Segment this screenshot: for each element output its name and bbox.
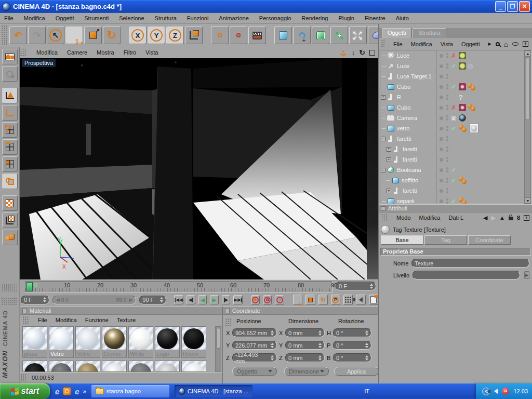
material-thumb[interactable]	[155, 361, 180, 372]
menu-funzioni[interactable]: Funzioni	[187, 15, 209, 21]
menu-finestre[interactable]: Finestre	[365, 15, 385, 21]
rotate-tool-icon[interactable]: ↻	[103, 26, 121, 44]
redo-icon[interactable]: ↷	[28, 26, 46, 44]
language-indicator[interactable]: IT	[359, 388, 375, 394]
tree-row-separe[interactable]: separè ✓	[380, 196, 531, 204]
app-icon[interactable]	[2, 3, 10, 11]
menu-modifica[interactable]: Modifica	[24, 15, 45, 21]
start-button[interactable]: start	[0, 383, 50, 399]
coordinates-title-bar[interactable]: Coordinate	[223, 307, 378, 315]
coordinates-drag-handle[interactable]	[225, 318, 232, 326]
expand-icon[interactable]: +	[387, 147, 391, 152]
play-backward-icon[interactable]: ◀	[198, 295, 207, 304]
model-mode-icon[interactable]	[2, 88, 18, 103]
material-thumb[interactable]	[128, 361, 153, 372]
vp-menu-mostra[interactable]: Mostra	[97, 49, 114, 56]
task-stanza-bagno[interactable]: stanza bagno	[91, 385, 169, 397]
texture-mode-icon[interactable]	[2, 174, 18, 189]
sound-icon[interactable]	[356, 295, 365, 305]
menu-animazione[interactable]: Animazione	[219, 15, 248, 21]
tree-row-faretti4[interactable]: +faretti	[380, 185, 531, 196]
materials-menu-texture[interactable]: Texture	[117, 317, 136, 323]
menu-oggetti[interactable]: Oggetti	[56, 15, 74, 21]
tab-tag[interactable]: Tag	[424, 235, 467, 245]
material-thumb[interactable]	[75, 361, 100, 372]
coordinates-collapse-icon[interactable]	[225, 309, 230, 313]
goto-end-icon[interactable]: ▶▶	[233, 295, 243, 304]
scale-tool-icon[interactable]	[84, 26, 102, 44]
current-frame-field[interactable]: 0 F	[21, 296, 49, 304]
prev-frame-icon[interactable]: ◀	[187, 295, 195, 304]
parent-icon[interactable]: ▲	[499, 215, 505, 221]
material-room[interactable]: Room	[181, 326, 206, 360]
livello-field[interactable]	[413, 271, 520, 280]
frame-range-slider[interactable]: ◀ 0 F 90 F ▶	[52, 296, 136, 304]
layout-icon[interactable]	[2, 49, 18, 64]
nome-field[interactable]: Texture	[411, 259, 529, 268]
key-position-icon[interactable]	[293, 295, 302, 305]
next-frame-icon[interactable]: ▶	[222, 295, 231, 304]
menu-plugin[interactable]: Plugin	[338, 15, 354, 21]
materials-collapse-icon[interactable]	[22, 309, 27, 313]
dim-y-field[interactable]: 0 mm	[285, 341, 325, 350]
tab-base[interactable]: Base	[381, 235, 423, 245]
dim-x-field[interactable]: 0 mm	[285, 328, 325, 337]
snapshot-icon[interactable]: 8	[517, 215, 520, 221]
om-menu-file[interactable]: File	[393, 41, 403, 47]
om-menu-oggetti[interactable]: Oggetti	[461, 41, 480, 47]
restore-button[interactable]: ❐	[507, 1, 518, 12]
menu-rendering[interactable]: Rendering	[302, 15, 328, 21]
key-scale-icon[interactable]	[305, 295, 315, 305]
timeline-drag-handle[interactable]	[2, 284, 17, 291]
om-more-icon[interactable]: ▶	[488, 42, 491, 46]
material-thumb[interactable]	[22, 361, 47, 372]
record-position-icon[interactable]	[251, 295, 260, 305]
task-cinema4d[interactable]: CINEMA 4D - [stanza ...	[175, 385, 252, 397]
end-frame-field[interactable]: 90 F	[139, 296, 166, 304]
points-mode-icon[interactable]	[2, 122, 18, 138]
tree-row-faretti1[interactable]: −faretti	[380, 134, 531, 144]
viewport-drag-handle[interactable]	[20, 48, 26, 57]
rot-h-field[interactable]: 0 °	[333, 328, 371, 337]
home-icon[interactable]: ⌂	[504, 40, 508, 48]
selection-filter-icon[interactable]	[2, 230, 18, 245]
compositing-tag-icon[interactable]	[459, 62, 466, 70]
record-help-icon[interactable]: ?	[275, 295, 284, 305]
edges-mode-icon[interactable]	[2, 139, 18, 155]
unknown-tag-icon[interactable]: ?	[459, 94, 462, 101]
material-glass[interactable]: glass	[22, 326, 47, 360]
camera-view-label[interactable]: Prospettiva	[22, 59, 56, 67]
add-panel-icon[interactable]: +	[523, 41, 528, 47]
attributes-collapse-icon[interactable]	[381, 206, 385, 211]
tree-row-r[interactable]: +R ?	[380, 92, 531, 102]
tree-row-luce1[interactable]: ✳Luce ✗	[380, 50, 531, 61]
coords-size-dropdown[interactable]: Dimensione	[284, 367, 329, 376]
keyframe-selection-icon[interactable]	[343, 295, 353, 305]
om-drag-handle[interactable]	[381, 39, 384, 47]
tab-struttura[interactable]: Struttura	[413, 28, 446, 38]
texture-tags-icon[interactable]	[468, 104, 477, 111]
add-spline-icon[interactable]	[293, 26, 311, 44]
menu-selezione[interactable]: Selezione	[119, 15, 144, 21]
world-coordinates-icon[interactable]	[2, 66, 18, 82]
render-active-view-icon[interactable]	[230, 26, 247, 44]
camera-lens-tag-icon[interactable]	[459, 114, 466, 122]
new-panel-icon[interactable]: +	[524, 215, 529, 221]
tree-row-vetro[interactable]: vetro ✓	[380, 123, 531, 134]
lock-x-axis-button[interactable]: X	[129, 26, 147, 44]
play-forward-icon[interactable]: ▶	[210, 295, 219, 304]
menu-personaggio[interactable]: Personaggio	[259, 15, 291, 21]
phong-tag-icon[interactable]	[459, 83, 466, 90]
texture-tags-icon[interactable]	[459, 177, 468, 184]
tree-row-camera[interactable]: Camera ▣	[380, 113, 531, 123]
volume-icon[interactable]	[494, 389, 498, 394]
vp-menu-filtro[interactable]: Filtro	[124, 49, 136, 56]
viewport-rotate-icon[interactable]: ↻	[359, 48, 365, 57]
object-axis-mode-icon[interactable]	[2, 105, 18, 121]
tray-app-icon[interactable]: a	[502, 388, 509, 395]
expand-icon[interactable]: +	[381, 95, 385, 100]
materials-menu-funzione[interactable]: Funzione	[85, 317, 109, 323]
menu-file[interactable]: File	[4, 15, 14, 21]
viewport-zoom-icon[interactable]: ↕	[352, 49, 355, 57]
add-primitive-icon[interactable]	[274, 26, 292, 44]
